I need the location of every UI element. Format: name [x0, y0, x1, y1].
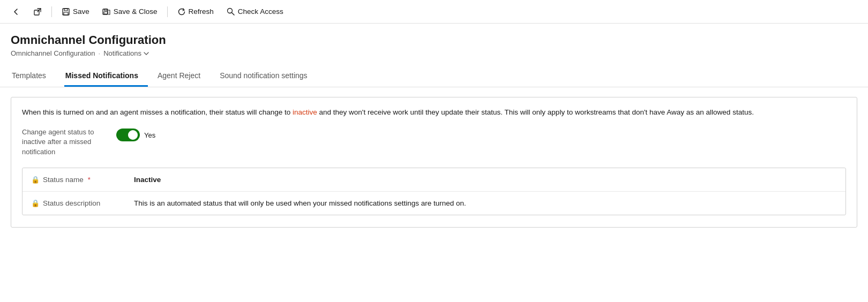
- tab-missed-notifications[interactable]: Missed Notifications: [64, 66, 148, 87]
- check-access-icon: [227, 7, 235, 16]
- popout-icon: [33, 7, 42, 16]
- save-icon: [62, 7, 70, 16]
- status-name-value: Inactive: [134, 176, 161, 184]
- status-description-label: 🔒 Status description: [31, 199, 128, 207]
- toggle-track: [116, 129, 140, 141]
- main-content: When this is turned on and an agent miss…: [0, 87, 868, 237]
- status-table: 🔒 Status name * Inactive 🔒 Status descri…: [22, 168, 846, 215]
- breadcrumb-root: Omnichannel Configuration: [11, 49, 95, 57]
- divider-2: [167, 6, 168, 17]
- svg-point-7: [227, 8, 232, 13]
- toggle-right: Yes: [116, 127, 155, 141]
- save-button[interactable]: Save: [56, 3, 95, 20]
- toolbar: Save Save & Close Refresh Check Access: [0, 0, 868, 24]
- description-text: When this is turned on and an agent miss…: [22, 107, 846, 118]
- save-close-button[interactable]: Save & Close: [97, 3, 163, 20]
- breadcrumb-current: Notifications: [103, 49, 149, 57]
- tab-agent-reject[interactable]: Agent Reject: [156, 66, 210, 87]
- page-header: Omnichannel Configuration Omnichannel Co…: [0, 24, 868, 61]
- svg-rect-6: [104, 12, 108, 14]
- tabs-bar: Templates Missed Notifications Agent Rej…: [0, 66, 868, 87]
- svg-rect-5: [104, 9, 107, 11]
- back-icon: [12, 7, 20, 16]
- back-button[interactable]: [6, 3, 26, 20]
- chevron-down-icon: [143, 50, 149, 57]
- divider-1: [51, 6, 52, 17]
- page-title: Omnichannel Configuration: [11, 33, 857, 47]
- refresh-button[interactable]: Refresh: [172, 3, 219, 20]
- popout-button[interactable]: [28, 3, 47, 20]
- toggle-value-label: Yes: [144, 131, 155, 139]
- breadcrumb: Omnichannel Configuration · Notification…: [11, 49, 857, 57]
- status-name-row: 🔒 Status name * Inactive: [23, 168, 845, 192]
- toggle-thumb: [128, 130, 138, 140]
- toggle-row: Change agent status to inactive after a …: [22, 127, 846, 157]
- required-star-1: *: [88, 176, 91, 184]
- tab-templates[interactable]: Templates: [11, 66, 56, 87]
- toggle-label: Change agent status to inactive after a …: [22, 127, 108, 157]
- lock-icon-1: 🔒: [31, 176, 40, 184]
- status-description-value: This is an automated status that will on…: [134, 199, 466, 207]
- toggle-switch[interactable]: [116, 129, 140, 141]
- svg-rect-3: [64, 12, 68, 15]
- lock-icon-2: 🔒: [31, 199, 40, 207]
- status-description-row: 🔒 Status description This is an automate…: [23, 192, 845, 215]
- check-access-button[interactable]: Check Access: [221, 3, 289, 20]
- save-close-icon: [102, 7, 111, 16]
- refresh-icon: [177, 7, 186, 16]
- tab-sound-notification[interactable]: Sound notification settings: [219, 66, 317, 87]
- status-name-label: 🔒 Status name *: [31, 176, 128, 184]
- description-box: When this is turned on and an agent miss…: [11, 97, 857, 228]
- breadcrumb-separator: ·: [99, 49, 101, 57]
